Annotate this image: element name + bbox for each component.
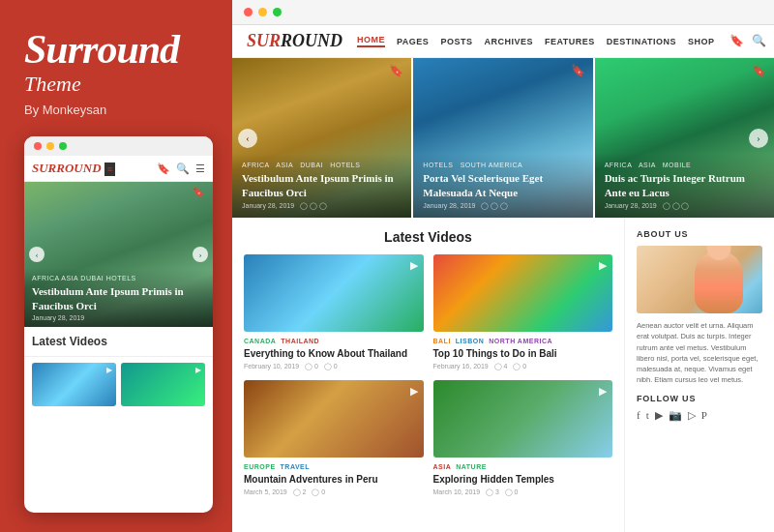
- mobile-logo-round: ROUND: [56, 161, 101, 175]
- video-thumb-2[interactable]: ▶: [433, 254, 613, 332]
- mobile-logo: SURROUND ≡: [32, 161, 151, 176]
- mobile-nav: SURROUND ≡ 🔖 🔍 ☰: [24, 156, 213, 182]
- video-1-tag-canada: CANADA: [244, 338, 276, 344]
- slide-2-title: Porta Vel Scelerisque Eget Malesuada At …: [423, 171, 582, 199]
- video-2-tags: BALI LISBON NORTH AMERICA: [433, 338, 613, 344]
- video-2-tag-bali: BALI: [433, 338, 451, 344]
- social-youtube[interactable]: ▶: [655, 409, 663, 422]
- mobile-video-icon-1: ▶: [106, 366, 112, 374]
- slide-2-bookmark[interactable]: 🔖: [571, 64, 585, 78]
- mobile-arrow-left[interactable]: ‹: [29, 247, 45, 262]
- mobile-hero-date: January 28, 2019: [32, 314, 205, 321]
- video-3-tag-1: EUROPE: [244, 463, 276, 470]
- dot-red: [34, 142, 42, 150]
- hero-slide-3: › 🔖 AFRICA ASIA MOBILE Duis ac Turpis In…: [595, 58, 774, 218]
- slide-3-bookmark[interactable]: 🔖: [752, 64, 766, 78]
- social-facebook[interactable]: f: [637, 409, 640, 421]
- hero-slide-1: ‹ 🔖 AFRICA ASIA DUBAI HOTELS Vestibulum …: [232, 58, 411, 218]
- video-2-meta: February 16, 2019 ◯ 4 ◯ 0: [433, 363, 613, 370]
- hero-slide-2: 🔖 HOTELS SOUTH AMERICA Porta Vel Sceleri…: [411, 58, 594, 218]
- follow-title: FOLLOW US: [637, 394, 762, 403]
- nav-home[interactable]: HOME: [357, 35, 385, 47]
- browser-dot-red: [244, 8, 253, 16]
- menu-icon[interactable]: ☰: [195, 163, 205, 175]
- video-icon-3: ▶: [410, 385, 418, 398]
- brand-by: By Monkeysan: [24, 103, 213, 117]
- nav-destinations[interactable]: DESTINATIONS: [607, 37, 676, 46]
- nav-features[interactable]: FEATURES: [545, 37, 595, 46]
- slide-1-bookmark[interactable]: 🔖: [389, 64, 403, 78]
- video-thumb-4[interactable]: ▶: [433, 380, 613, 458]
- video-2-tag-na: NORTH AMERICA: [489, 338, 552, 344]
- about-photo: [637, 246, 762, 313]
- browser-chrome: [232, 0, 774, 25]
- slide-1-title: Vestibulum Ante Ipsum Primis in Faucibus…: [242, 171, 402, 199]
- video-4-date: March 10, 2019: [433, 488, 481, 495]
- slide-arrow-right[interactable]: ›: [749, 129, 768, 148]
- mobile-nav-icons: 🔖 🔍 ☰: [157, 163, 205, 175]
- video-card-2: ▶ BALI LISBON NORTH AMERICA Top 10 Thing…: [433, 254, 613, 370]
- video-1-tag-thailand: THAILAND: [281, 338, 319, 344]
- site-nav: HOME PAGES POSTS ARCHIVES FEATURES DESTI…: [357, 35, 715, 47]
- person-body: [695, 251, 743, 313]
- slide-1-date: January 28, 2019 ◯ ◯ ◯: [242, 202, 402, 210]
- video-3-date: March 5, 2019: [244, 488, 287, 495]
- browser-dot-yellow: [258, 8, 267, 16]
- about-text: Aenean auctor velit et urna. Aliquam era…: [637, 320, 762, 386]
- mobile-latest-title: Latest Videos: [24, 327, 213, 357]
- left-panel: Surround Theme By Monkeysan SURROUND ≡ 🔖…: [0, 0, 232, 532]
- mobile-thumb-2: ▶: [121, 363, 205, 406]
- browser-dot-green: [273, 8, 282, 16]
- social-vimeo[interactable]: ▷: [688, 409, 696, 422]
- video-card-4: ▶ ASIA NATURE Exploring Hidden Temples M…: [433, 380, 613, 496]
- social-twitter[interactable]: t: [646, 409, 649, 421]
- mobile-hero-overlay: AFRICA ASIA DUBAI HOTELS Vestibulum Ante…: [24, 269, 213, 327]
- slide-1-tags: AFRICA ASIA DUBAI HOTELS: [242, 162, 402, 168]
- nav-archives[interactable]: ARCHIVES: [484, 37, 533, 46]
- slide-3-title: Duis ac Turpis Integer Rutrum Ante eu La…: [605, 171, 764, 199]
- mobile-bookmark[interactable]: 🔖: [192, 186, 205, 198]
- site-header-icons: 🔖 🔍 ☰: [729, 34, 774, 48]
- search-icon[interactable]: 🔍: [176, 163, 190, 175]
- mobile-hero: ‹ › 🔖 AFRICA ASIA DUBAI HOTELS Vestibulu…: [24, 182, 213, 327]
- video-3-tags: EUROPE TRAVEL: [244, 463, 424, 470]
- video-1-date: February 10, 2019: [244, 363, 299, 369]
- content-area: Latest Videos ▶ CANADA THAILAND Everythi…: [232, 218, 624, 532]
- slide-3-date: January 28, 2019 ◯ ◯ ◯: [605, 202, 764, 210]
- social-icons: f t ▶ 📷 ▷ P: [637, 409, 762, 422]
- header-search-icon[interactable]: 🔍: [752, 34, 766, 48]
- header-bookmark-icon[interactable]: 🔖: [729, 34, 744, 48]
- brand-title: Surround: [24, 29, 213, 70]
- right-panel: SURROUND HOME PAGES POSTS ARCHIVES FEATU…: [232, 0, 774, 532]
- slide-2-tags: HOTELS SOUTH AMERICA: [423, 162, 582, 168]
- video-2-title: Top 10 Things to Do in Bali: [433, 347, 613, 360]
- slide-3-overlay: AFRICA ASIA MOBILE Duis ac Turpis Intege…: [595, 154, 774, 218]
- nav-pages[interactable]: PAGES: [397, 37, 429, 46]
- mobile-logo-sur: SUR: [32, 161, 56, 175]
- slide-arrow-left[interactable]: ‹: [238, 129, 257, 148]
- video-thumb-3[interactable]: ▶: [244, 380, 424, 458]
- video-1-tags: CANADA THAILAND: [244, 338, 424, 344]
- video-thumb-1[interactable]: ▶: [244, 254, 424, 332]
- brand-sub: Theme: [24, 72, 213, 97]
- site-logo-sur: SUR: [247, 31, 281, 50]
- mobile-video-thumbs: ▶ ▶: [24, 357, 213, 412]
- slide-1-overlay: AFRICA ASIA DUBAI HOTELS Vestibulum Ante…: [232, 154, 411, 218]
- video-4-meta: March 10, 2019 ◯ 3 ◯ 0: [433, 488, 613, 496]
- social-instagram[interactable]: 📷: [669, 409, 682, 422]
- video-icon-4: ▶: [599, 385, 607, 398]
- video-card-3: ▶ EUROPE TRAVEL Mountain Adventures in P…: [244, 380, 424, 496]
- mobile-arrow-right[interactable]: ›: [193, 247, 208, 262]
- nav-posts[interactable]: POSTS: [440, 37, 472, 46]
- video-card-1: ▶ CANADA THAILAND Everything to Know Abo…: [244, 254, 424, 370]
- mobile-hero-tags: AFRICA ASIA DUBAI HOTELS: [32, 275, 205, 281]
- sidebar: ABOUT US Aenean auctor velit et urna. Al…: [624, 218, 774, 532]
- video-2-tag-lisbon: LISBON: [456, 338, 484, 344]
- mobile-mockup: SURROUND ≡ 🔖 🔍 ☰ ‹ › 🔖 AFRICA ASIA DUBAI…: [24, 136, 213, 513]
- bookmark-icon[interactable]: 🔖: [157, 163, 170, 175]
- about-title: ABOUT US: [637, 229, 762, 239]
- mobile-dots: [24, 136, 213, 156]
- hero-slider: ‹ 🔖 AFRICA ASIA DUBAI HOTELS Vestibulum …: [232, 58, 774, 218]
- social-pinterest[interactable]: P: [701, 409, 707, 421]
- nav-shop[interactable]: SHOP: [688, 37, 715, 46]
